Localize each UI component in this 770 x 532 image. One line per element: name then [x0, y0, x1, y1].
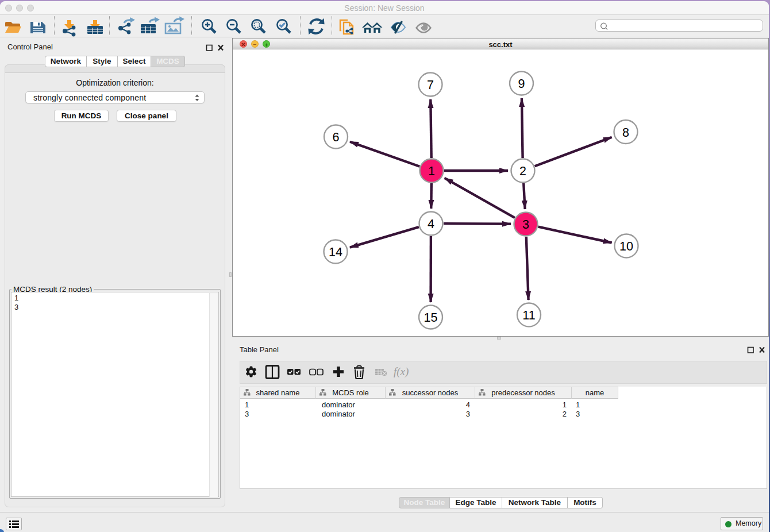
svg-text:8: 8	[622, 126, 629, 140]
svg-text:1: 1	[428, 164, 435, 178]
svg-text:14: 14	[329, 245, 342, 259]
svg-text:9: 9	[518, 77, 525, 91]
svg-text:6: 6	[333, 130, 340, 144]
svg-text:3: 3	[522, 218, 529, 232]
svg-text:10: 10	[619, 240, 633, 253]
svg-text:4: 4	[428, 217, 434, 231]
svg-text:2: 2	[519, 164, 526, 178]
svg-text:15: 15	[424, 311, 438, 325]
svg-text:7: 7	[427, 78, 434, 92]
svg-text:f(x): f(x)	[394, 365, 409, 378]
svg-text:11: 11	[522, 309, 535, 322]
